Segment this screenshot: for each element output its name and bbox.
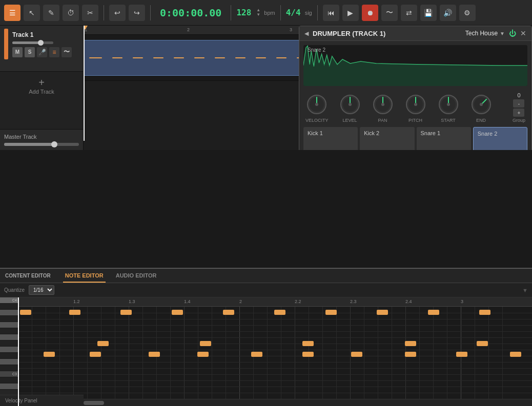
knob-velocity: VELOCITY	[305, 93, 329, 123]
start-knob-svg[interactable]	[437, 93, 460, 116]
note-r1-9[interactable]	[428, 310, 439, 315]
mic-button[interactable]: 🎤	[37, 47, 47, 57]
key-E3[interactable]	[0, 347, 18, 353]
note-r3-1[interactable]	[44, 352, 55, 357]
play-button[interactable]: ▶	[342, 5, 359, 21]
drumpler-power-icon[interactable]: ⏻	[509, 29, 516, 37]
bpm-arrows[interactable]: ▲ ▼	[256, 8, 261, 17]
cursor-tool[interactable]: ↖	[24, 5, 40, 21]
velocity-panel-bar: Velocity Panel	[0, 395, 84, 406]
bpm-down[interactable]: ▼	[256, 13, 261, 17]
key-G3[interactable]	[0, 328, 18, 334]
tab-audio-editor[interactable]: AUDIO EDITOR	[114, 269, 159, 283]
master-vol-knob[interactable]	[51, 141, 57, 147]
note-r1-6[interactable]	[274, 310, 285, 315]
sig-value: 4/4	[286, 8, 301, 17]
note-r1-2[interactable]	[69, 310, 80, 315]
key-Bb3[interactable]	[0, 310, 18, 316]
note-grid[interactable]: 1.2 1.3 1.4 2 2.2 2.3 2.4 3	[18, 297, 532, 406]
knob-pitch: PITCH	[404, 93, 427, 123]
drum-pad-kick1[interactable]: Kick 1	[303, 127, 358, 150]
note-r2-4[interactable]	[405, 341, 416, 346]
note-r3-7[interactable]	[351, 352, 362, 357]
note-r3-10[interactable]	[510, 352, 521, 357]
key-Bb2[interactable]	[0, 383, 18, 390]
rewind-button[interactable]: ⏮	[323, 5, 339, 21]
key-Eb3[interactable]	[0, 353, 18, 359]
end-knob-svg[interactable]	[470, 93, 493, 116]
ruler-2: 2	[239, 299, 242, 304]
tab-note-editor[interactable]: NOTE EDITOR	[63, 269, 106, 283]
note-r3-2[interactable]	[90, 352, 101, 357]
quantize-select[interactable]: 1/16 1/4 1/8 1/32	[29, 285, 54, 295]
bpm-up[interactable]: ▲	[256, 8, 261, 12]
key-B3[interactable]	[0, 304, 18, 310]
key-F3[interactable]	[0, 340, 18, 347]
pencil-tool[interactable]: ✎	[43, 5, 59, 21]
group-plus-btn[interactable]: +	[513, 109, 524, 117]
wave-button[interactable]: 〜	[62, 47, 72, 57]
key-Cs3[interactable]	[0, 365, 18, 371]
note-r1-3[interactable]	[120, 310, 132, 315]
note-r3-8[interactable]	[405, 352, 416, 357]
note-r3-9[interactable]	[456, 352, 467, 357]
loop-button[interactable]: ⇄	[401, 5, 417, 21]
note-r2-5[interactable]	[477, 341, 488, 346]
scrollbar-thumb[interactable]	[84, 401, 104, 405]
key-C3[interactable]: C3	[0, 371, 18, 377]
drum-pad-snare2[interactable]: Snare 2	[473, 127, 527, 150]
ruler-mark-3: 3	[289, 26, 292, 32]
group-minus-btn[interactable]: -	[513, 99, 524, 108]
track-volume-knob[interactable]	[38, 40, 44, 46]
drum-pad-kick2[interactable]: Kick 2	[360, 127, 414, 150]
p10	[276, 57, 287, 58]
knob-start: START	[437, 93, 460, 123]
record-button[interactable]: ⏺	[362, 5, 378, 21]
note-r1-4[interactable]	[172, 310, 183, 315]
key-C4[interactable]: C4	[0, 297, 18, 304]
key-Fs3[interactable]	[0, 334, 18, 340]
solo-button[interactable]: S	[25, 47, 35, 57]
horizontal-scrollbar[interactable]	[84, 399, 532, 406]
note-r1-7[interactable]	[325, 310, 337, 315]
eq-button[interactable]: ≡	[49, 47, 59, 57]
note-r1-1[interactable]	[20, 310, 31, 315]
clock-tool[interactable]: ⏱	[63, 5, 79, 21]
drumpler-prev-icon[interactable]: ◀	[304, 30, 309, 37]
velocity-knob-svg[interactable]	[305, 93, 328, 116]
key-D3[interactable]	[0, 359, 18, 365]
audio-settings[interactable]: 🔊	[440, 5, 456, 21]
redo-button[interactable]: ↪	[129, 5, 145, 21]
note-r3-3[interactable]	[149, 352, 160, 357]
note-r3-5[interactable]	[251, 352, 262, 357]
key-A3[interactable]	[0, 316, 18, 322]
mute-button[interactable]: M	[12, 47, 23, 57]
undo-button[interactable]: ↩	[109, 5, 126, 21]
export-button[interactable]: 💾	[420, 5, 437, 21]
drumpler-close-icon[interactable]: ✕	[520, 29, 526, 37]
note-r3-4[interactable]	[197, 352, 209, 357]
note-r2-1[interactable]	[97, 341, 109, 346]
pan-knob-svg[interactable]	[372, 93, 394, 116]
add-track-area[interactable]: + Add Track	[0, 72, 83, 100]
ruler-2.3: 2.3	[350, 299, 357, 304]
note-r2-2[interactable]	[200, 341, 211, 346]
menu-button[interactable]: ☰	[4, 5, 21, 21]
level-knob-svg[interactable]	[339, 93, 361, 116]
note-r1-8[interactable]	[377, 310, 388, 315]
p2	[112, 57, 122, 58]
automation-button[interactable]: 〜	[381, 5, 398, 21]
drum-pad-snare1[interactable]: Snare 1	[417, 127, 471, 150]
drumpler-preset-arrow[interactable]: ▼	[500, 31, 505, 36]
note-r1-10[interactable]	[479, 310, 490, 315]
note-r3-6[interactable]	[302, 352, 314, 357]
knobs-row: VELOCITY LEVEL	[299, 90, 531, 127]
sig-label: sig	[305, 10, 312, 16]
pitch-knob-svg[interactable]	[404, 93, 427, 116]
key-B2[interactable]	[0, 377, 18, 383]
plugin-button[interactable]: ⚙	[459, 5, 476, 21]
note-r1-5[interactable]	[223, 310, 234, 315]
note-r2-3[interactable]	[302, 341, 314, 346]
scissors-tool[interactable]: ✂	[82, 5, 98, 21]
key-Ab3[interactable]	[0, 322, 18, 328]
